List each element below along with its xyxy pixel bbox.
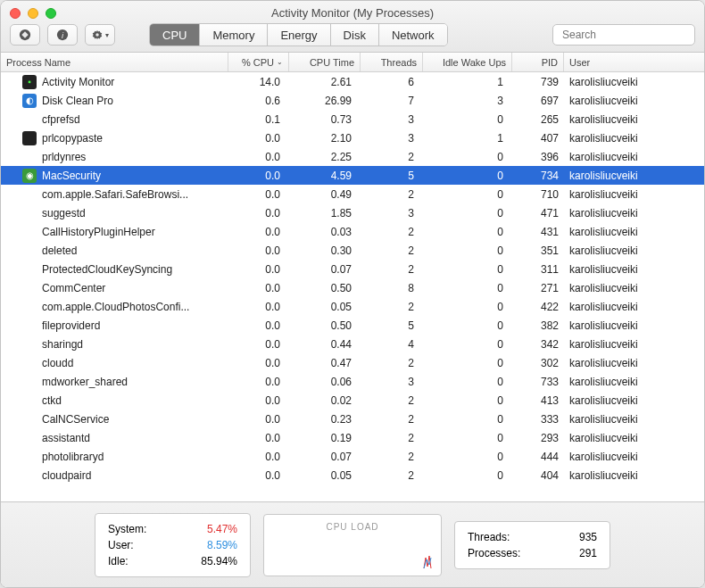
cell-cpu: 0.0 [228, 469, 289, 482]
table-row[interactable]: com.apple.Safari.SafeBrowsi...0.00.49207… [1, 185, 704, 203]
cell-process-name: CalNCService [1, 412, 228, 427]
cell-cpu-time: 26.99 [289, 95, 361, 107]
table-row[interactable]: suggestd0.01.8530471karolisliucveiki [1, 203, 704, 222]
tab-energy[interactable]: Energy [268, 24, 330, 46]
cell-process-name: assistantd [1, 431, 228, 445]
table-row[interactable]: assistantd0.00.1920293karolisliucveiki [1, 428, 704, 447]
table-row[interactable]: cfprefsd0.10.7330265karolisliucveiki [1, 110, 704, 128]
cell-user: karolisliucveiki [564, 95, 671, 107]
table-row[interactable]: CallHistoryPluginHelper0.00.0320431karol… [1, 222, 704, 241]
cpu-usage-panel: System:5.47% User:8.59% Idle:85.94% [95, 513, 251, 577]
process-table-body[interactable]: ▪Activity Monitor14.02.6161739karolisliu… [1, 72, 704, 501]
tab-cpu[interactable]: CPU [150, 24, 200, 46]
cell-process-name: ProtectedCloudKeySyncing [1, 262, 228, 277]
system-value: 5.47% [207, 521, 237, 537]
user-label: User: [108, 537, 134, 553]
cell-idle-wake-ups: 0 [423, 170, 512, 182]
tab-memory[interactable]: Memory [200, 24, 268, 46]
search-field[interactable] [552, 24, 695, 46]
settings-button[interactable]: ▾ [85, 24, 115, 46]
header-cpu-time[interactable]: CPU Time [289, 53, 361, 71]
info-button[interactable]: i [47, 24, 78, 46]
cell-pid: 431 [512, 226, 564, 238]
system-label: System: [108, 521, 146, 537]
cell-idle-wake-ups: 0 [423, 451, 512, 463]
cell-threads: 5 [361, 170, 423, 182]
cell-idle-wake-ups: 0 [423, 226, 512, 238]
table-row[interactable]: fileproviderd0.00.5050382karolisliucveik… [1, 316, 704, 335]
cell-idle-wake-ups: 1 [423, 132, 512, 145]
cell-threads: 3 [361, 376, 423, 388]
cell-process-name: fileproviderd [1, 319, 228, 333]
table-row[interactable]: CommCenter0.00.5080271karolisliucveiki [1, 278, 704, 297]
cell-user: karolisliucveiki [564, 301, 671, 313]
cell-threads: 2 [361, 394, 423, 407]
counts-panel: Threads:935 Processes:291 [454, 521, 610, 569]
table-row[interactable]: CalNCService0.00.2320333karolisliucveiki [1, 410, 704, 428]
table-row[interactable]: prldynres0.02.2520396karolisliucveiki [1, 147, 704, 166]
cell-cpu: 0.0 [228, 132, 289, 145]
table-row[interactable]: ▪Activity Monitor14.02.6161739karolisliu… [1, 72, 704, 91]
table-row[interactable]: prlcopypaste0.02.1031407karolisliucveiki [1, 128, 704, 147]
titlebar: Activity Monitor (My Processes) i ▾ CPU … [1, 1, 704, 53]
cell-pid: 733 [512, 376, 564, 388]
table-row[interactable]: ◐Disk Clean Pro0.626.9973697karolisliucv… [1, 91, 704, 110]
cell-pid: 404 [512, 469, 564, 482]
cell-user: karolisliucveiki [564, 469, 671, 482]
cell-cpu-time: 0.05 [289, 469, 361, 482]
table-row[interactable]: cloudd0.00.4720302karolisliucveiki [1, 353, 704, 372]
cell-cpu-time: 2.10 [289, 132, 361, 145]
tab-disk[interactable]: Disk [331, 24, 379, 46]
table-row[interactable]: photolibraryd0.00.0720444karolisliucveik… [1, 447, 704, 466]
cell-threads: 2 [361, 263, 423, 276]
table-row[interactable]: com.apple.CloudPhotosConfi...0.00.052042… [1, 297, 704, 316]
table-row[interactable]: ◉MacSecurity0.04.5950734karolisliucveiki [1, 166, 704, 185]
stop-process-button[interactable] [10, 24, 40, 46]
window-title: Activity Monitor (My Processes) [1, 6, 704, 20]
cell-threads: 3 [361, 113, 423, 126]
cell-threads: 2 [361, 151, 423, 163]
cell-cpu: 0.0 [228, 188, 289, 201]
header-process-name[interactable]: Process Name [1, 53, 228, 71]
cell-process-name: CommCenter [1, 281, 228, 295]
cell-process-name: cloudpaird [1, 468, 228, 483]
tab-network[interactable]: Network [379, 24, 447, 46]
header-pid[interactable]: PID [512, 53, 564, 71]
cell-idle-wake-ups: 0 [423, 357, 512, 369]
cell-pid: 739 [512, 76, 564, 88]
search-input[interactable] [562, 29, 696, 41]
cell-idle-wake-ups: 0 [423, 394, 512, 407]
cell-user: karolisliucveiki [564, 188, 671, 201]
cell-idle-wake-ups: 0 [423, 188, 512, 201]
table-row[interactable]: mdworker_shared0.00.0630733karolisliucve… [1, 372, 704, 391]
cell-user: karolisliucveiki [564, 451, 671, 463]
table-row[interactable]: sharingd0.00.4440342karolisliucveiki [1, 335, 704, 353]
cpu-load-label: CPU LOAD [326, 522, 378, 532]
cell-user: karolisliucveiki [564, 207, 671, 219]
cell-cpu: 0.0 [228, 413, 289, 426]
cell-cpu: 0.0 [228, 151, 289, 163]
table-row[interactable]: cloudpaird0.00.0520404karolisliucveiki [1, 466, 704, 484]
cell-idle-wake-ups: 0 [423, 338, 512, 351]
idle-value: 85.94% [201, 553, 237, 569]
cell-cpu: 0.0 [228, 170, 289, 182]
cell-idle-wake-ups: 3 [423, 95, 512, 107]
cell-threads: 8 [361, 282, 423, 294]
table-row[interactable]: ProtectedCloudKeySyncing0.00.0720311karo… [1, 260, 704, 278]
cell-process-name: ▪Activity Monitor [1, 75, 228, 89]
cell-pid: 302 [512, 357, 564, 369]
table-row[interactable]: deleted0.00.3020351karolisliucveiki [1, 241, 704, 260]
table-row[interactable]: ctkd0.00.0220413karolisliucveiki [1, 391, 704, 410]
cell-idle-wake-ups: 0 [423, 376, 512, 388]
threads-value: 935 [579, 529, 597, 545]
header-idle-wake-ups[interactable]: Idle Wake Ups [423, 53, 512, 71]
cell-cpu-time: 4.59 [289, 170, 361, 182]
cell-cpu-time: 0.73 [289, 113, 361, 126]
cell-cpu: 0.0 [228, 357, 289, 369]
cell-threads: 4 [361, 338, 423, 351]
cell-user: karolisliucveiki [564, 244, 671, 257]
cell-process-name: prldynres [1, 150, 228, 164]
header-user[interactable]: User [564, 53, 671, 71]
header-cpu[interactable]: % CPU⌄ [228, 53, 289, 71]
header-threads[interactable]: Threads [361, 53, 423, 71]
